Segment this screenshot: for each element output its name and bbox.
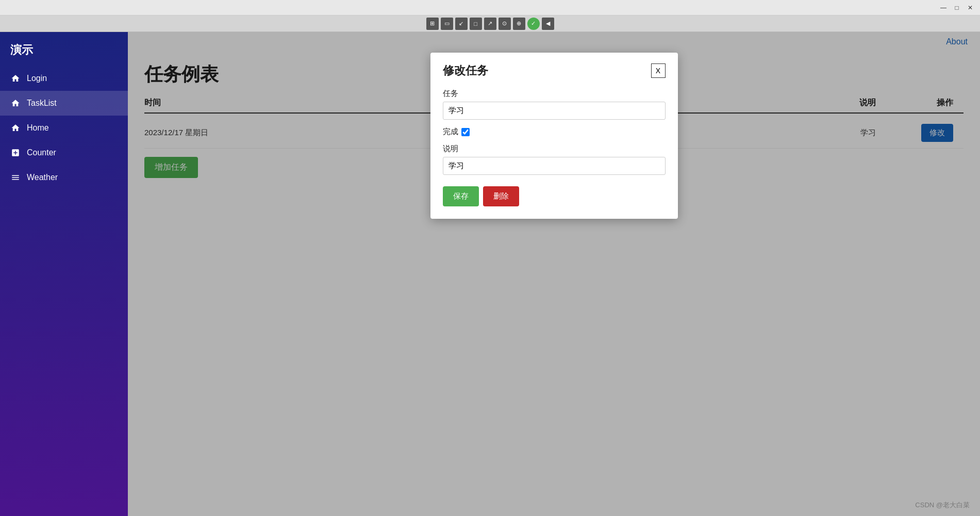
window-controls: — □ ✕ — [938, 2, 976, 13]
sidebar-item-tasklist[interactable]: TaskList — [0, 91, 128, 116]
toolbar-icon-4[interactable]: □ — [470, 18, 482, 30]
sidebar-item-login[interactable]: Login — [0, 66, 128, 91]
sidebar-item-weather[interactable]: Weather — [0, 165, 128, 190]
toolbar: ⊞ ▭ ↙ □ ↗ ⊙ ⊕ ✓ ◀ — [0, 15, 980, 32]
modal-title: 修改任务 — [443, 63, 488, 78]
plus-icon — [10, 148, 21, 158]
minimize-button[interactable]: — — [938, 2, 949, 13]
toolbar-icon-3[interactable]: ↙ — [455, 18, 468, 30]
description-label: 说明 — [443, 144, 666, 154]
lines-icon — [10, 172, 21, 183]
task-input[interactable] — [443, 102, 666, 120]
toolbar-icon-7[interactable]: ⊕ — [513, 18, 525, 30]
app-title: 演示 — [0, 32, 128, 66]
toolbar-icon-2[interactable]: ▭ — [441, 18, 453, 30]
toolbar-icon-arrow[interactable]: ◀ — [542, 18, 554, 30]
sidebar-label-weather: Weather — [27, 173, 58, 182]
sidebar-label-home: Home — [27, 123, 49, 133]
toolbar-icon-check[interactable]: ✓ — [527, 18, 540, 30]
main-panel: About 任务例表 时间 说明 操作 2023/12/17 星期日 学习 修改… — [128, 32, 980, 516]
sidebar: 演示 Login TaskList Home — [0, 32, 128, 516]
app: 演示 Login TaskList Home — [0, 32, 980, 516]
sidebar-label-tasklist: TaskList — [27, 99, 57, 108]
modal-actions: 保存 删除 — [443, 186, 666, 206]
modal-dialog: 修改任务 X 任务 完成 说明 保存 删除 — [430, 53, 678, 219]
home-icon — [10, 73, 21, 84]
sidebar-item-home[interactable]: Home — [0, 116, 128, 140]
toolbar-icon-5[interactable]: ↗ — [484, 18, 496, 30]
completed-row: 完成 — [443, 127, 666, 137]
sidebar-item-counter[interactable]: Counter — [0, 140, 128, 165]
sidebar-label-login: Login — [27, 74, 47, 83]
completed-label: 完成 — [443, 127, 458, 137]
modal-header: 修改任务 X — [443, 63, 666, 78]
description-input[interactable] — [443, 157, 666, 175]
sidebar-label-counter: Counter — [27, 148, 56, 157]
maximize-button[interactable]: □ — [951, 2, 962, 13]
delete-button[interactable]: 删除 — [483, 186, 519, 206]
close-button[interactable]: ✕ — [965, 2, 976, 13]
completed-checkbox[interactable] — [461, 128, 470, 136]
tasklist-icon — [10, 98, 21, 108]
modal-overlay: 修改任务 X 任务 完成 说明 保存 删除 — [128, 32, 980, 516]
home2-icon — [10, 123, 21, 133]
toolbar-icon-1[interactable]: ⊞ — [426, 18, 439, 30]
modal-close-button[interactable]: X — [651, 63, 666, 78]
toolbar-icon-6[interactable]: ⊙ — [499, 18, 511, 30]
task-label: 任务 — [443, 89, 666, 99]
title-bar: — □ ✕ — [0, 0, 980, 15]
save-button[interactable]: 保存 — [443, 186, 479, 206]
